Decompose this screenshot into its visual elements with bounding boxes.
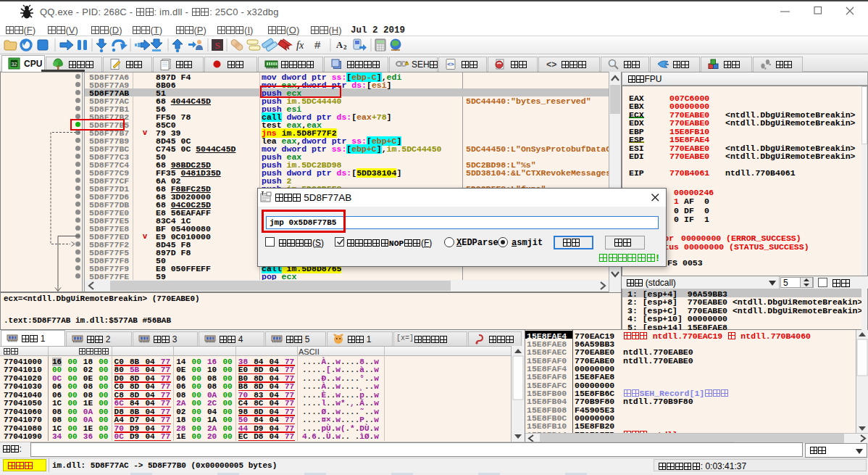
- svg-text:2: 2: [343, 44, 347, 51]
- svg-text:32: 32: [12, 62, 17, 67]
- svg-text:A: A: [336, 40, 343, 50]
- svg-text:<>: <>: [546, 60, 556, 70]
- svg-text:S: S: [214, 40, 220, 51]
- svg-text:!: !: [406, 61, 407, 65]
- svg-text:#: #: [314, 38, 321, 51]
- svg-text:<>: <>: [447, 61, 454, 67]
- svg-text:fx: fx: [296, 40, 304, 51]
